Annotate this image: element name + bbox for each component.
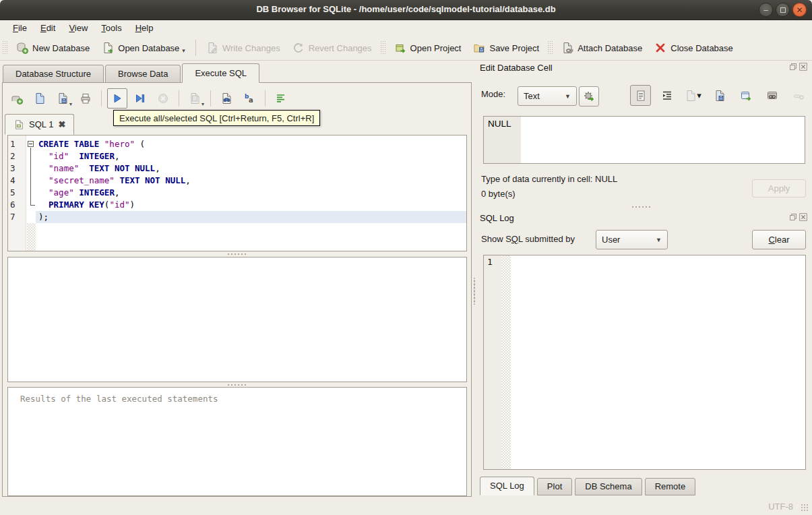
new-sql-tab-button[interactable] bbox=[7, 88, 27, 109]
fold-marker bbox=[27, 162, 36, 175]
sql-code-editor[interactable]: 1CREATE TABLE "hero" (2 "id" INTEGER,3 "… bbox=[7, 135, 467, 251]
float-icon[interactable] bbox=[789, 63, 797, 71]
dock-tab-db-schema[interactable]: DB Schema bbox=[575, 478, 642, 495]
sql-log-view[interactable]: 1 bbox=[483, 255, 806, 470]
save-sql-file-button[interactable]: ▾ bbox=[53, 88, 73, 109]
find-replace-button[interactable] bbox=[216, 88, 237, 109]
tab-browse-data[interactable]: Browse Data bbox=[105, 65, 181, 83]
minimize-button[interactable]: – bbox=[759, 3, 773, 17]
sql-tab[interactable]: SQL 1 ✖ bbox=[5, 114, 74, 135]
auto-switch-mode-button[interactable] bbox=[579, 86, 599, 107]
execute-all-button[interactable] bbox=[107, 88, 127, 109]
save-as-cell-button[interactable] bbox=[709, 85, 730, 106]
code-text: "age" INTEGER, bbox=[38, 187, 119, 199]
link-icon bbox=[766, 90, 778, 102]
code-line[interactable]: 2 "id" INTEGER, bbox=[8, 150, 466, 162]
cell-type-info: Type of data currently in cell: NULL bbox=[481, 174, 617, 184]
menu-help[interactable]: Help bbox=[129, 22, 160, 34]
text-mode-button[interactable] bbox=[630, 85, 651, 106]
format-sql-button[interactable]: ba bbox=[239, 88, 259, 109]
line-number: 3 bbox=[8, 162, 24, 175]
close-database-label: Close Database bbox=[670, 43, 733, 53]
stop-button[interactable] bbox=[153, 88, 173, 109]
attach-database-icon bbox=[561, 42, 573, 54]
tab-database-structure[interactable]: Database Structure bbox=[3, 65, 104, 83]
menu-edit[interactable]: Edit bbox=[34, 22, 61, 34]
code-line[interactable]: 1CREATE TABLE "hero" ( bbox=[8, 138, 466, 150]
dock-tab-sql-log[interactable]: SQL Log bbox=[480, 477, 534, 495]
code-text: "secret_name" TEXT NOT NULL, bbox=[38, 175, 191, 187]
tab-execute-sql[interactable]: Execute SQL bbox=[182, 63, 259, 83]
code-line[interactable]: 3 "name" TEXT NOT NULL, bbox=[8, 162, 466, 175]
set-null-icon bbox=[792, 90, 805, 102]
apply-button[interactable]: Apply bbox=[752, 179, 806, 198]
maximize-button[interactable] bbox=[776, 3, 790, 17]
word-wrap-cell-button[interactable] bbox=[656, 85, 677, 106]
dropdown-caret-icon[interactable]: ▾ bbox=[69, 101, 72, 107]
cell-value-editor[interactable]: NULL bbox=[483, 116, 805, 164]
titlebar[interactable]: DB Browser for SQLite - /home/user/code/… bbox=[0, 0, 812, 20]
menu-tools[interactable]: Tools bbox=[95, 22, 127, 34]
fold-marker bbox=[27, 150, 36, 162]
close-button[interactable]: ✕ bbox=[792, 3, 807, 17]
statusbar: UTF-8 bbox=[0, 499, 812, 515]
splitter-handle[interactable] bbox=[3, 252, 471, 256]
code-text: "id" INTEGER, bbox=[38, 150, 119, 162]
tooltip: Execute all/selected SQL [Ctrl+Return, F… bbox=[113, 110, 320, 126]
import-cell-button[interactable]: ▾ bbox=[683, 85, 704, 106]
toolbar-handle[interactable] bbox=[547, 40, 553, 55]
results-placeholder: Results of the last executed statements bbox=[8, 388, 466, 410]
toolbar-handle[interactable] bbox=[2, 40, 8, 55]
close-database-button[interactable]: Close Database bbox=[648, 38, 739, 57]
text-mode-icon bbox=[635, 90, 647, 102]
menu-file[interactable]: File bbox=[7, 22, 33, 34]
code-line[interactable]: 5 "age" INTEGER, bbox=[8, 187, 466, 199]
dock-tab-plot[interactable]: Plot bbox=[537, 478, 572, 495]
print-button[interactable] bbox=[75, 88, 96, 109]
word-wrap-button[interactable] bbox=[271, 88, 291, 109]
revert-changes-button[interactable]: Revert Changes bbox=[286, 38, 378, 57]
open-database-button[interactable]: Open Database▾ bbox=[96, 38, 191, 57]
open-project-button[interactable]: Open Project bbox=[388, 38, 468, 57]
sql-log-dock-buttons bbox=[789, 213, 807, 221]
clear-log-button[interactable]: Clear bbox=[752, 230, 806, 249]
fold-marker[interactable] bbox=[27, 138, 36, 150]
set-null-button[interactable] bbox=[788, 85, 809, 106]
dropdown-caret-icon[interactable]: ▾ bbox=[182, 47, 185, 54]
dock-close-icon[interactable] bbox=[799, 213, 807, 221]
cell-editor-icons: ▾ bbox=[630, 85, 812, 106]
execute-line-button[interactable] bbox=[130, 88, 150, 109]
float-icon[interactable] bbox=[789, 213, 797, 221]
code-text: "name" TEXT NOT NULL, bbox=[38, 162, 160, 175]
export-cell-button[interactable] bbox=[735, 85, 756, 106]
copy-link-button[interactable] bbox=[761, 85, 782, 106]
write-changes-button[interactable]: Write Changes bbox=[200, 38, 286, 57]
open-sql-file-button[interactable] bbox=[30, 88, 50, 109]
apply-button-label: Apply bbox=[768, 183, 790, 193]
toolbar-separator bbox=[265, 90, 266, 107]
toolbar-handle[interactable] bbox=[380, 40, 386, 55]
code-line[interactable]: 7); bbox=[8, 211, 466, 223]
menu-view[interactable]: View bbox=[63, 22, 94, 34]
format-sql-icon: ba bbox=[243, 92, 255, 104]
mode-select[interactable]: Text ▼ bbox=[518, 86, 577, 106]
attach-database-button[interactable]: Attach Database bbox=[555, 38, 648, 57]
new-database-button[interactable]: New Database bbox=[10, 38, 96, 57]
fold-marker bbox=[27, 199, 36, 211]
dock-tab-remote[interactable]: Remote bbox=[645, 478, 696, 495]
code-line[interactable]: 6 PRIMARY KEY("id") bbox=[8, 199, 466, 211]
save-results-button[interactable]: ▾ bbox=[185, 88, 205, 109]
save-project-button[interactable]: Save Project bbox=[467, 38, 545, 57]
splitter-handle[interactable] bbox=[476, 205, 805, 209]
dropdown-caret-icon[interactable]: ▾ bbox=[697, 90, 701, 100]
main-tab-bar: Database StructureBrowse DataExecute SQL bbox=[3, 63, 261, 83]
sql-log-filter-select[interactable]: User ▼ bbox=[596, 230, 668, 249]
code-line[interactable]: 4 "secret_name" TEXT NOT NULL, bbox=[8, 175, 466, 187]
line-number: 5 bbox=[8, 187, 24, 199]
dropdown-caret-icon[interactable]: ▾ bbox=[201, 101, 204, 107]
panel-splitter[interactable] bbox=[472, 278, 476, 305]
resize-grip[interactable] bbox=[801, 504, 809, 512]
dock-close-icon[interactable] bbox=[799, 63, 807, 71]
window-title: DB Browser for SQLite - /home/user/code/… bbox=[0, 4, 812, 14]
close-tab-icon[interactable]: ✖ bbox=[58, 119, 65, 129]
